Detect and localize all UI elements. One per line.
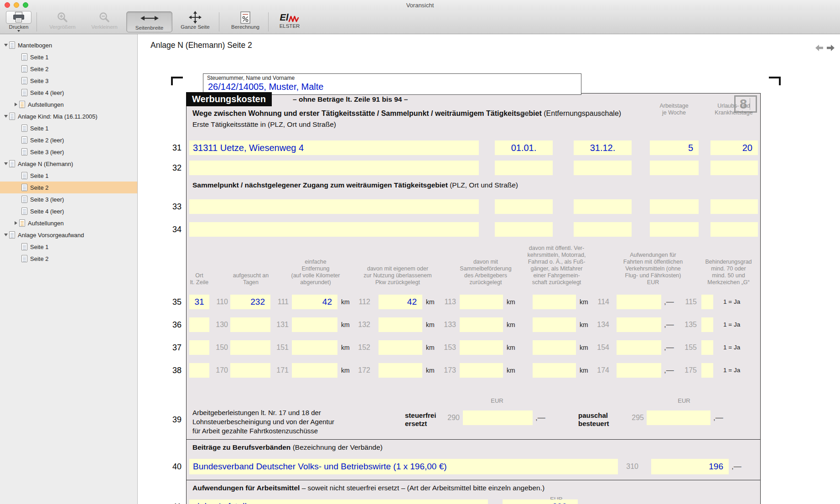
elster-button[interactable]: El ELSTER [275, 11, 305, 29]
input-steuerfrei-ersetzt[interactable] [463, 410, 533, 425]
input-sammelbefoerderung-37[interactable] [460, 340, 503, 355]
full-page-button[interactable]: Ganze Seite [176, 11, 215, 30]
tree-item-anlage-kind-seite-3[interactable]: Seite 3 (leer) [0, 146, 137, 158]
input-ort-zeile-38[interactable] [189, 363, 209, 378]
tree-item-mantelbogen[interactable]: Mantelbogen [0, 39, 137, 51]
input-arbeitsmittel-betrag[interactable]: 200 [503, 499, 578, 504]
input-bis-33[interactable] [574, 199, 632, 214]
input-arbeitsmittel-art[interactable]: siehe Aufstellung [189, 499, 488, 504]
input-tage-35[interactable]: 232 [230, 295, 270, 309]
tree-item-mantelbogen-seite-3[interactable]: Seite 3 [0, 75, 137, 87]
input-bis-34[interactable] [574, 222, 632, 237]
list-document-icon [19, 101, 25, 108]
tree-item-label: Seite 3 (leer) [30, 149, 64, 156]
input-vom-32[interactable] [495, 161, 553, 175]
tree-item-vorsorge-seite-1[interactable]: Seite 1 [0, 241, 137, 253]
input-arbeitstage-34[interactable] [650, 222, 699, 237]
input-aufwendungen-36[interactable] [617, 317, 661, 332]
input-ort-33[interactable] [189, 199, 479, 214]
input-aufwendungen-37[interactable] [617, 340, 661, 355]
input-vom-34[interactable] [495, 222, 553, 237]
input-ort-zeile-35[interactable]: 31 [189, 295, 209, 309]
input-aufwendungen-35[interactable] [617, 295, 661, 309]
input-ort-34[interactable] [189, 222, 479, 237]
next-page-icon[interactable] [827, 45, 835, 53]
input-berufsverband-betrag[interactable]: 196 [651, 459, 729, 474]
tree-item-anlage-kind-seite-2[interactable]: Seite 2 (leer) [0, 134, 137, 146]
chevron-right-icon[interactable] [13, 103, 19, 106]
input-arbeitstage-31[interactable]: 5 [650, 140, 699, 155]
tree-item-anlage-vorsorgeaufwand[interactable]: Anlage Vorsorgeaufwand [0, 229, 137, 241]
input-behinderung-35[interactable] [701, 295, 713, 309]
chevron-down-icon[interactable] [3, 162, 9, 165]
input-aufwendungen-38[interactable] [617, 363, 661, 378]
calculation-button[interactable]: Berechnung [227, 11, 264, 30]
tree-item-anlage-kind-seite-1[interactable]: Seite 1 [0, 122, 137, 134]
tree-item-anlage-n-seite-1[interactable]: Seite 1 [0, 170, 137, 182]
tree-item-vorsorge-seite-2[interactable]: Seite 2 [0, 253, 137, 265]
kennzahl-172: 172 [354, 363, 370, 378]
input-sammelbefoerderung-36[interactable] [460, 317, 503, 332]
input-entfernung-37[interactable] [292, 340, 337, 355]
tree-item-anlage-n-aufstellungen[interactable]: Aufstellungen [0, 217, 137, 229]
input-vom-31[interactable]: 01.01. [495, 140, 553, 155]
input-tage-37[interactable] [230, 340, 270, 355]
tree-item-anlage-n-seite-4[interactable]: Seite 4 (leer) [0, 205, 137, 217]
tree-item-anlage-kind[interactable]: Anlage Kind: Mia (16.11.2005) [0, 110, 137, 122]
input-oeffentlich-35[interactable] [533, 295, 576, 309]
input-vom-33[interactable] [495, 199, 553, 214]
tree-item-mantelbogen-seite-1[interactable]: Seite 1 [0, 51, 137, 63]
input-oeffentlich-36[interactable] [533, 317, 576, 332]
tree-item-mantelbogen-aufstellungen[interactable]: Aufstellungen [0, 99, 137, 110]
input-bis-32[interactable] [574, 161, 632, 175]
input-entfernung-36[interactable] [292, 317, 337, 332]
input-behinderung-37[interactable] [701, 340, 713, 355]
row-number: 37 [163, 340, 181, 355]
input-pkw-36[interactable] [379, 317, 422, 332]
prev-page-icon[interactable] [815, 45, 823, 53]
input-urlaub-34[interactable] [710, 222, 758, 237]
input-behinderung-38[interactable] [701, 363, 713, 378]
input-pauschal-besteuert[interactable] [647, 410, 710, 425]
zoom-out-button[interactable]: Verkleinern [86, 11, 123, 30]
input-behinderung-36[interactable] [701, 317, 713, 332]
input-ort-zeile-36[interactable] [189, 317, 209, 332]
input-pkw-38[interactable] [379, 363, 422, 378]
input-entfernung-35[interactable]: 42 [292, 295, 337, 309]
page-title: Anlage N (Ehemann) Seite 2 [150, 41, 252, 50]
page-width-button[interactable]: Seitenbreite [126, 11, 172, 32]
input-pkw-37[interactable] [379, 340, 422, 355]
zoom-in-button[interactable]: Vergrößern [44, 11, 81, 30]
chevron-right-icon[interactable] [13, 221, 19, 225]
tree-item-anlage-n-seite-2[interactable]: Seite 2 [0, 182, 137, 193]
print-button[interactable]: Drucken [3, 11, 35, 32]
tree-item-mantelbogen-seite-4[interactable]: Seite 4 (leer) [0, 87, 137, 99]
input-tage-36[interactable] [230, 317, 270, 332]
chevron-down-icon[interactable] [3, 44, 9, 47]
input-oeffentlich-38[interactable] [533, 363, 576, 378]
chevron-down-icon[interactable] [3, 115, 9, 118]
input-pkw-35[interactable]: 42 [379, 295, 422, 309]
kennzahl-150: 150 [211, 340, 228, 355]
tree-item-mantelbogen-seite-2[interactable]: Seite 2 [0, 63, 137, 75]
input-bis-31[interactable]: 31.12. [574, 140, 632, 155]
zoom-out-label: Verkleinern [91, 24, 118, 30]
input-sammelbefoerderung-38[interactable] [460, 363, 503, 378]
kennzahl-110: 110 [211, 295, 228, 309]
chevron-down-icon[interactable] [3, 234, 9, 236]
input-oeffentlich-37[interactable] [533, 340, 576, 355]
input-urlaub-33[interactable] [710, 199, 758, 214]
tree-item-anlage-n[interactable]: Anlage N (Ehemann) [0, 158, 137, 170]
input-urlaub-32[interactable] [710, 161, 758, 175]
input-entfernung-38[interactable] [292, 363, 337, 378]
input-ort-31[interactable]: 31311 Uetze, Wiesenweg 4 [189, 140, 479, 155]
input-tage-38[interactable] [230, 363, 270, 378]
input-berufsverband[interactable]: Bundesverband Deutscher Volks- und Betri… [189, 459, 618, 474]
tree-item-anlage-n-seite-3[interactable]: Seite 3 (leer) [0, 193, 137, 205]
input-urlaub-31[interactable]: 20 [710, 140, 758, 155]
input-sammelbefoerderung-35[interactable] [460, 295, 503, 309]
input-ort-32[interactable] [189, 161, 479, 175]
input-arbeitstage-33[interactable] [650, 199, 699, 214]
input-ort-zeile-37[interactable] [189, 340, 209, 355]
input-arbeitstage-32[interactable] [650, 161, 699, 175]
